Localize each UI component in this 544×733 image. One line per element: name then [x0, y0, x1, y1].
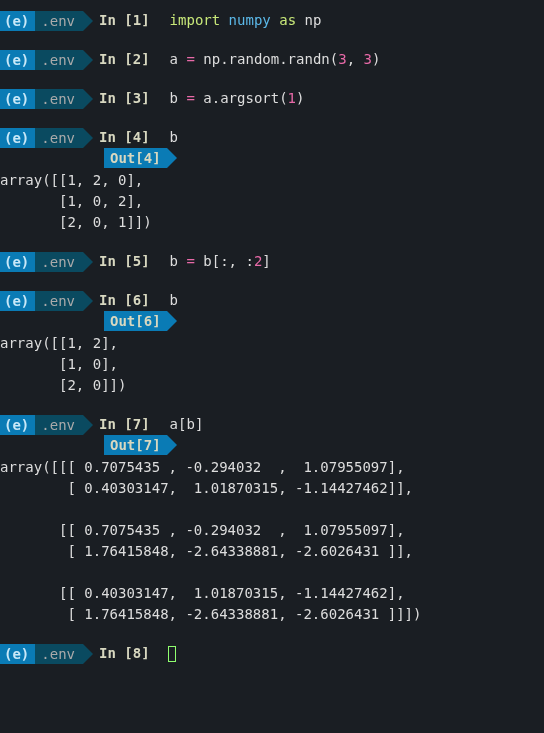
env-badge-1: (e) — [0, 89, 35, 109]
env-badge-2: .env — [35, 128, 83, 148]
in-label: In [1] — [99, 10, 150, 31]
env-badge-2: .env — [35, 252, 83, 272]
out-row: Out[7] — [0, 435, 544, 455]
env-badge-1: (e) — [0, 50, 35, 70]
prompt-line[interactable]: (e) .env In [2] a = np.random.randn(3, 3… — [0, 49, 544, 70]
cell-1: (e) .env In [1] import numpy as np — [0, 10, 544, 31]
env-badge-1: (e) — [0, 415, 35, 435]
prompt-line[interactable]: (e) .env In [6] b — [0, 290, 544, 311]
env-badge-1: (e) — [0, 11, 35, 31]
cell-3: (e) .env In [3] b = a.argsort(1) — [0, 88, 544, 109]
env-badge-2: .env — [35, 89, 83, 109]
env-badge-2: .env — [35, 50, 83, 70]
out-label: Out[7] — [104, 435, 167, 455]
cell-2: (e) .env In [2] a = np.random.randn(3, 3… — [0, 49, 544, 70]
code-input[interactable]: b — [170, 127, 178, 148]
in-label: In [5] — [99, 251, 150, 272]
prompt-line[interactable]: (e) .env In [1] import numpy as np — [0, 10, 544, 31]
output-text: array([[1, 2, 0], [1, 0, 2], [2, 0, 1]]) — [0, 170, 544, 233]
out-row: Out[6] — [0, 311, 544, 331]
env-badge-1: (e) — [0, 291, 35, 311]
prompt-line[interactable]: (e) .env In [4] b — [0, 127, 544, 148]
code-input[interactable]: a[b] — [170, 414, 204, 435]
env-badge-2: .env — [35, 11, 83, 31]
prompt-line[interactable]: (e) .env In [3] b = a.argsort(1) — [0, 88, 544, 109]
cell-7: (e) .env In [7] a[b] Out[7] array([[[ 0.… — [0, 414, 544, 625]
out-label: Out[6] — [104, 311, 167, 331]
in-label: In [2] — [99, 49, 150, 70]
env-badge-1: (e) — [0, 128, 35, 148]
cell-5: (e) .env In [5] b = b[:, :2] — [0, 251, 544, 272]
cell-6: (e) .env In [6] b Out[6] array([[1, 2], … — [0, 290, 544, 396]
in-label: In [3] — [99, 88, 150, 109]
cursor-icon[interactable] — [168, 646, 176, 662]
prompt-line[interactable]: (e) .env In [5] b = b[:, :2] — [0, 251, 544, 272]
in-label: In [7] — [99, 414, 150, 435]
in-label: In [8] — [99, 643, 150, 664]
env-badge-2: .env — [35, 291, 83, 311]
code-input[interactable]: import numpy as np — [170, 10, 322, 31]
prompt-line[interactable]: (e) .env In [8] — [0, 643, 544, 664]
cell-8: (e) .env In [8] — [0, 643, 544, 664]
env-badge-1: (e) — [0, 252, 35, 272]
env-badge-2: .env — [35, 415, 83, 435]
code-input[interactable]: b = a.argsort(1) — [170, 88, 305, 109]
in-label: In [6] — [99, 290, 150, 311]
prompt-line[interactable]: (e) .env In [7] a[b] — [0, 414, 544, 435]
output-text: array([[[ 0.7075435 , -0.294032 , 1.0795… — [0, 457, 544, 625]
out-row: Out[4] — [0, 148, 544, 168]
output-text: array([[1, 2], [1, 0], [2, 0]]) — [0, 333, 544, 396]
env-badge-1: (e) — [0, 644, 35, 664]
env-badge-2: .env — [35, 644, 83, 664]
code-input[interactable]: b = b[:, :2] — [170, 251, 271, 272]
in-label: In [4] — [99, 127, 150, 148]
code-input[interactable]: a = np.random.randn(3, 3) — [170, 49, 381, 70]
code-input[interactable]: b — [170, 290, 178, 311]
out-label: Out[4] — [104, 148, 167, 168]
cell-4: (e) .env In [4] b Out[4] array([[1, 2, 0… — [0, 127, 544, 233]
